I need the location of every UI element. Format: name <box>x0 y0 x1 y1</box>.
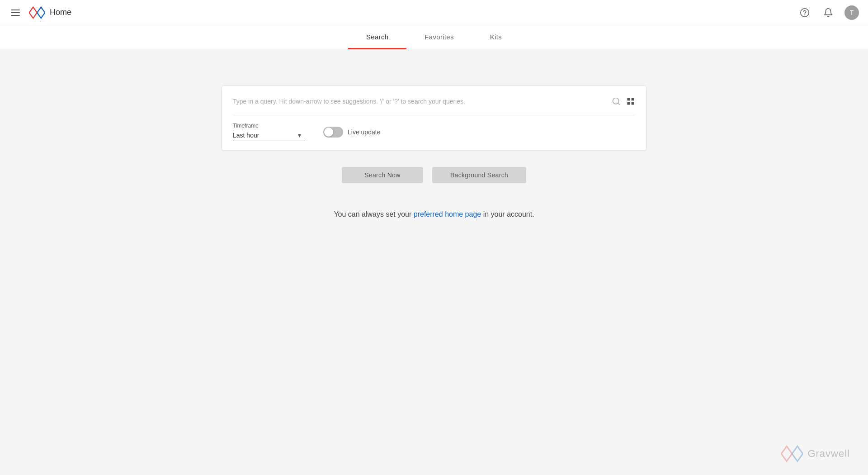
hamburger-menu-icon[interactable] <box>9 8 22 18</box>
logo-container: Home <box>29 6 71 19</box>
logo-icon <box>29 6 45 19</box>
info-text-before: You can always set your <box>334 210 411 218</box>
toggle-track <box>323 127 343 138</box>
info-text-after: in your account. <box>483 210 534 218</box>
preferred-home-page-link[interactable]: preferred home page <box>414 210 481 218</box>
live-update-toggle[interactable] <box>323 127 343 138</box>
timeframe-select-wrapper: Last hour Last 24 hours Last 7 days Last… <box>233 132 305 141</box>
svg-marker-1 <box>37 7 45 18</box>
svg-point-2 <box>801 8 809 16</box>
search-now-button[interactable]: Search Now <box>342 167 423 183</box>
search-box: Timeframe Last hour Last 24 hours Last 7… <box>222 86 646 151</box>
divider <box>233 115 635 115</box>
grid-view-icon[interactable] <box>626 97 635 106</box>
main-content: Timeframe Last hour Last 24 hours Last 7… <box>0 49 868 218</box>
bottom-branding: Gravwell <box>781 445 850 462</box>
info-text: You can always set your preferred home p… <box>334 210 534 218</box>
search-input-row <box>233 95 635 108</box>
svg-rect-6 <box>627 98 630 101</box>
search-input[interactable] <box>233 95 606 108</box>
bottom-logo-icon <box>781 445 803 462</box>
tabs-bar: Search Favorites Kits <box>0 25 868 49</box>
svg-marker-11 <box>792 446 803 461</box>
page-title: Home <box>50 8 71 17</box>
navbar: Home T <box>0 0 868 25</box>
live-update-group: Live update <box>323 127 380 138</box>
svg-line-5 <box>618 103 620 105</box>
help-icon[interactable] <box>797 5 812 20</box>
action-buttons: Search Now Background Search <box>342 167 526 183</box>
tab-favorites[interactable]: Favorites <box>406 26 472 49</box>
svg-marker-0 <box>29 7 38 18</box>
tab-search[interactable]: Search <box>348 26 406 49</box>
svg-marker-10 <box>782 446 793 461</box>
svg-rect-9 <box>632 102 634 105</box>
avatar[interactable]: T <box>844 5 859 20</box>
timeframe-label: Timeframe <box>233 123 305 129</box>
search-options-row: Timeframe Last hour Last 24 hours Last 7… <box>233 123 635 141</box>
bottom-logo-text: Gravwell <box>807 448 850 460</box>
background-search-button[interactable]: Background Search <box>432 167 526 183</box>
tab-kits[interactable]: Kits <box>472 26 520 49</box>
navbar-left: Home <box>9 6 71 19</box>
timeframe-select[interactable]: Last hour Last 24 hours Last 7 days Last… <box>233 132 296 139</box>
svg-rect-7 <box>632 98 634 101</box>
navbar-right: T <box>797 5 859 20</box>
svg-rect-8 <box>627 102 630 105</box>
timeframe-group: Timeframe Last hour Last 24 hours Last 7… <box>233 123 305 141</box>
live-update-label: Live update <box>348 128 380 136</box>
dropdown-arrow-icon: ▾ <box>298 132 301 139</box>
toggle-thumb <box>324 128 333 137</box>
notifications-icon[interactable] <box>821 5 835 20</box>
search-icon[interactable] <box>612 97 621 106</box>
